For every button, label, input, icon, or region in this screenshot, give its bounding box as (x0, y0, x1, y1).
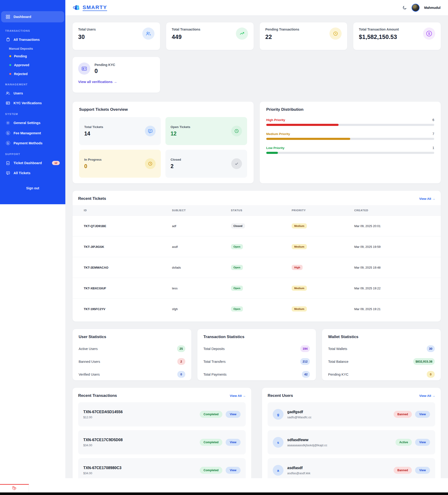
view-all-users-link[interactable]: View All → (419, 394, 435, 398)
user-initial-avatar: g (273, 409, 284, 420)
sidebar-item-general-settings[interactable]: General Settings (0, 118, 65, 128)
sidebar-section-transactions: TRANSACTIONS (0, 25, 65, 35)
sidebar-item-label: Fee Management (14, 131, 41, 135)
approved-dot-icon (9, 64, 11, 66)
dashboard-page: Dashboard TRANSACTIONS All Transactions … (0, 0, 448, 495)
ticket-row[interactable]: TKT-QTJD91BE adf Closed Medium Mar 09, 2… (72, 216, 441, 236)
clock-icon (330, 28, 342, 40)
sidebar-item-payment-methods[interactable]: $ Payment Methods (0, 138, 65, 148)
pending-kyc-label: Pending KYC (95, 63, 115, 67)
clipboard-icon (6, 38, 10, 41)
sidebar-item-label: Rejected (14, 72, 28, 76)
view-user-button[interactable]: View (415, 411, 430, 418)
view-all-transactions-link[interactable]: View All → (230, 394, 246, 398)
priority-row-high: High Priority 6 (266, 118, 434, 126)
stat-row-label: Total Payments (203, 372, 227, 376)
sidebar-item-pending[interactable]: Pending (0, 52, 65, 61)
stat-label: Total Transaction Amount (359, 28, 399, 31)
ticket-row[interactable]: TKT-195FC2YV sfgh Open Medium Mar 09, 20… (72, 299, 441, 319)
sidebar-item-users[interactable]: Users (0, 88, 65, 98)
status-badge: Open (231, 265, 243, 270)
view-all-verifications-link[interactable]: View all verifications → (78, 80, 117, 84)
stat-label: Total Transactions (172, 28, 201, 31)
ticket-row[interactable]: TKT-JIPJIGSK asdf Open Medium Mar 09, 20… (72, 236, 441, 257)
view-transaction-button[interactable]: View (226, 467, 241, 474)
ticket-count-badge: 12 (52, 161, 60, 165)
clock-icon (231, 126, 242, 137)
stat-value: $1,582,150.53 (359, 34, 399, 40)
priority-row-medium: Medium Priority 7 (266, 132, 434, 140)
ticket-id: TKT-195FC2YV (72, 299, 172, 319)
main-content: Total Users 30 Total Transactions 449 Pe… (65, 16, 448, 495)
stat-card-total-transactions: Total Transactions 449 (166, 22, 254, 50)
user-name: gadfgsdf (287, 410, 312, 414)
stat-row-value: 0 (427, 371, 435, 378)
bottom-black-bar (0, 493, 448, 495)
sidebar-item-ticket-dashboard[interactable]: Ticket Dashboard 12 (0, 158, 65, 168)
panel-title: Wallet Statistics (328, 335, 435, 339)
priority-count: 7 (432, 132, 434, 136)
chat-icon (6, 171, 10, 175)
signout-button[interactable]: Sign out (0, 184, 65, 192)
gear-icon (6, 121, 10, 125)
transaction-row: TXN-67CEDA5D14556 $12.00 Completed View (78, 402, 246, 426)
status-badge: Completed (200, 467, 222, 474)
sidebar-item-rejected[interactable]: Rejected (0, 69, 65, 78)
sidebar-section-management: MANAGEMENT (0, 78, 65, 88)
stat-label: Total Users (78, 28, 96, 31)
brand-logo[interactable]: SMARTY (73, 4, 107, 11)
user-statistics-panel: User Statistics Active Users 25 Banned U… (72, 329, 192, 381)
sidebar-item-fee-management[interactable]: $ Fee Management (0, 128, 65, 138)
user-email: sadfs@Wasdfc.cc (287, 415, 312, 419)
laravel-debugbar-tab[interactable] (0, 484, 29, 493)
user-email: aaaaaaaasdkjfaskdj@lkajd.cc (287, 443, 327, 447)
priority-badge: Medium (292, 223, 307, 229)
transaction-row: TXN-67CE17C9D5D08 $34.00 Completed View (78, 430, 246, 454)
ticket-subject: asdf (172, 236, 231, 257)
document-chart-icon (6, 161, 10, 165)
stat-row-label: Verified Users (79, 372, 100, 376)
priority-label: High Priority (266, 118, 285, 122)
dollar-circle-icon: $ (6, 131, 10, 135)
sidebar-item-label: KYC Verifications (14, 101, 42, 105)
transaction-id: TXN-67CE17C9D5D08 (83, 438, 123, 442)
stat-card-total-transaction-amount: Total Transaction Amount $1,582,150.53 $ (353, 22, 441, 50)
view-user-button[interactable]: View (415, 439, 430, 446)
ticket-row[interactable]: TKT-XBXCGIUF tess Open Medium Mar 09, 20… (72, 278, 441, 299)
dashboard-grid-icon (6, 15, 10, 19)
ticket-subject: sfgh (172, 299, 231, 319)
tile-value: 2 (171, 163, 181, 169)
view-user-button[interactable]: View (415, 467, 430, 474)
ticket-id: TKT-XBXCGIUF (72, 278, 172, 299)
sidebar-item-kyc-verifications[interactable]: KYC Verifications (0, 98, 65, 108)
ticket-id: TKT-JIPJIGSK (72, 236, 172, 257)
column-header-status: STATUS (231, 205, 292, 216)
view-transaction-button[interactable]: View (226, 411, 241, 418)
view-all-tickets-link[interactable]: View All → (419, 197, 435, 201)
panel-title: Support Tickets Overview (79, 107, 247, 112)
sidebar-item-approved[interactable]: Approved (0, 61, 65, 69)
sidebar-section-support: SUPPORT (0, 148, 65, 158)
sidebar-item-all-transactions[interactable]: All Transactions (0, 35, 65, 44)
stat-row-value: 42 (302, 371, 310, 378)
user-avatar[interactable] (412, 4, 419, 12)
status-badge: Banned (394, 411, 412, 418)
user-name: Mahmudul (424, 6, 441, 10)
ticket-row[interactable]: TKT-2EMWACAO dsfads Open High Mar 09, 20… (72, 257, 441, 278)
sidebar-item-label: All Transactions (14, 38, 40, 41)
sidebar-item-dashboard[interactable]: Dashboard (1, 11, 64, 22)
stat-row-value: 194 (300, 345, 310, 352)
dollar-circle-icon: $ (6, 141, 10, 145)
priority-label: Low Priority (266, 146, 284, 150)
dark-mode-toggle-moon-icon[interactable] (402, 5, 407, 10)
trending-up-icon (236, 28, 248, 40)
ticket-created: Mar 09, 2025 20:01 (354, 216, 441, 236)
tile-open-tickets: Open Tickets 12 (165, 117, 247, 145)
laravel-icon (12, 486, 17, 492)
status-badge: Completed (200, 411, 222, 418)
view-transaction-button[interactable]: View (226, 439, 241, 446)
pending-kyc-value: 0 (95, 68, 115, 74)
pending-kyc-card: Pending KYC 0 View all verifications → (72, 57, 160, 93)
ticket-subject: tess (172, 278, 231, 299)
sidebar-item-all-tickets[interactable]: All Tickets (0, 168, 65, 178)
